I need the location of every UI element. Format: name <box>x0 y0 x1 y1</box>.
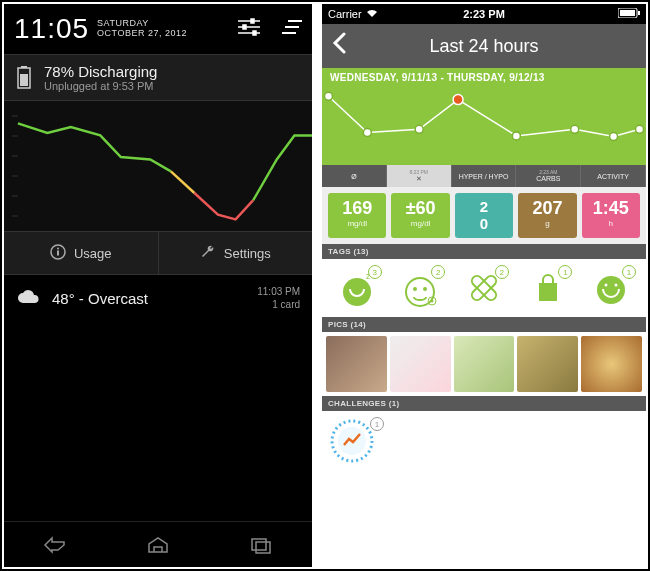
pics-row <box>322 332 646 396</box>
settings-label: Settings <box>224 246 271 261</box>
battery-text: 78% Discharging Unplugged at 9:53 PM <box>44 63 157 92</box>
svg-rect-44 <box>539 283 557 301</box>
wrench-icon <box>200 244 216 263</box>
svg-point-33 <box>636 125 644 133</box>
svg-rect-5 <box>253 31 256 35</box>
phone-divider <box>314 2 320 569</box>
empty-area <box>4 321 312 521</box>
svg-point-19 <box>57 247 59 249</box>
status-header: 11:05 SATURDAY OCTOBER 27, 2012 <box>4 4 312 54</box>
svg-point-28 <box>415 125 423 133</box>
seg-carbs[interactable]: 2:23 AMCARBS <box>516 165 581 187</box>
svg-point-29 <box>453 95 463 105</box>
metric-hyper-hypo[interactable]: 2 0 <box>455 193 513 238</box>
challenges-header: CHALLENGES (1) <box>322 396 646 411</box>
svg-rect-3 <box>251 19 254 23</box>
android-navbar <box>4 521 312 567</box>
tag-sleep[interactable]: zz 3 <box>326 267 388 309</box>
weather-meta: 11:03 PM 1 card <box>257 285 300 311</box>
status-time: 2:23 PM <box>322 8 646 20</box>
svg-point-27 <box>363 129 371 137</box>
menu-bars-icon[interactable] <box>282 20 302 38</box>
challenge-badge[interactable] <box>330 449 374 466</box>
challenge-count: 1 <box>370 417 384 431</box>
seg-average[interactable]: Ø <box>322 165 387 187</box>
pic-thumb[interactable] <box>581 336 642 392</box>
battery-icon <box>16 66 32 90</box>
svg-point-46 <box>605 284 608 287</box>
tag-happy[interactable]: 1 <box>580 267 642 309</box>
svg-point-45 <box>597 276 625 304</box>
glucose-chart[interactable] <box>322 87 646 165</box>
svg-point-37 <box>406 278 434 306</box>
svg-rect-21 <box>252 539 266 550</box>
tag-allergy[interactable]: 2 <box>390 267 452 309</box>
svg-point-39 <box>423 287 427 291</box>
recents-softkey[interactable] <box>244 534 278 556</box>
seg-deviation[interactable]: 8:23 PM✕ <box>387 165 452 187</box>
battery-chart <box>4 101 312 231</box>
sliders-icon[interactable] <box>238 18 260 40</box>
pics-header: PICS (14) <box>322 317 646 332</box>
svg-point-34 <box>343 278 371 306</box>
cloud-icon <box>16 289 40 307</box>
clock-date-block: SATURDAY OCTOBER 27, 2012 <box>97 19 187 39</box>
seg-hyper-hypo[interactable]: HYPER / HYPO <box>452 165 517 187</box>
battery-subtitle: Unplugged at 9:53 PM <box>44 80 157 92</box>
svg-point-47 <box>615 284 618 287</box>
android-phone: 11:05 SATURDAY OCTOBER 27, 2012 78% Disc… <box>4 4 312 567</box>
svg-rect-20 <box>57 250 59 255</box>
metric-activity[interactable]: 1:45h <box>582 193 640 238</box>
settings-tab[interactable]: Settings <box>158 232 313 274</box>
tag-count: 3 <box>368 265 382 279</box>
svg-point-38 <box>413 287 417 291</box>
tag-count: 2 <box>495 265 509 279</box>
pic-thumb[interactable] <box>390 336 451 392</box>
svg-rect-4 <box>243 25 246 29</box>
metric-deviation[interactable]: ±60mg/dl <box>391 193 449 238</box>
pic-thumb[interactable] <box>454 336 515 392</box>
svg-point-32 <box>610 133 618 141</box>
battery-title: 78% Discharging <box>44 63 157 80</box>
challenges-row: 1 <box>322 411 646 475</box>
usage-label: Usage <box>74 246 112 261</box>
info-icon <box>50 244 66 263</box>
usage-tab[interactable]: Usage <box>4 232 158 274</box>
pic-thumb[interactable] <box>517 336 578 392</box>
pic-thumb[interactable] <box>326 336 387 392</box>
back-button[interactable] <box>332 32 346 60</box>
svg-rect-7 <box>285 26 299 28</box>
metric-carbs[interactable]: 207g <box>518 193 576 238</box>
ios-status-bar: Carrier 2:23 PM <box>322 4 646 24</box>
tag-shopping[interactable]: 1 <box>517 267 579 309</box>
weather-text: 48° - Overcast <box>52 290 148 307</box>
metric-average[interactable]: 169mg/dl <box>328 193 386 238</box>
weather-notification[interactable]: 48° - Overcast 11:03 PM 1 card <box>4 275 312 321</box>
svg-rect-6 <box>288 20 302 22</box>
svg-point-41 <box>431 300 434 303</box>
svg-point-31 <box>571 125 579 133</box>
header-icons <box>238 18 302 40</box>
segment-bar: Ø 8:23 PM✕ HYPER / HYPO 2:23 AMCARBS ACT… <box>322 165 646 187</box>
clock-time: 11:05 <box>14 13 89 45</box>
tag-count: 1 <box>622 265 636 279</box>
back-softkey[interactable] <box>38 534 72 556</box>
battery-notification[interactable]: 78% Discharging Unplugged at 9:53 PM <box>4 54 312 101</box>
nav-title: Last 24 hours <box>429 36 538 57</box>
weather-card-count: 1 card <box>257 298 300 311</box>
battery-tabs: Usage Settings <box>4 231 312 275</box>
seg-activity[interactable]: ACTIVITY <box>581 165 646 187</box>
home-softkey[interactable] <box>141 534 175 556</box>
svg-point-26 <box>325 92 333 100</box>
svg-rect-8 <box>282 32 296 34</box>
tags-header: TAGS (13) <box>322 244 646 259</box>
tags-row: zz 3 2 2 1 1 <box>322 259 646 317</box>
tag-bandage[interactable]: 2 <box>453 267 515 309</box>
tag-count: 1 <box>558 265 572 279</box>
tag-count: 2 <box>431 265 445 279</box>
nav-bar: Last 24 hours <box>322 24 646 68</box>
metrics-row: 169mg/dl ±60mg/dl 2 0 207g 1:45h <box>322 187 646 244</box>
svg-rect-11 <box>20 74 28 86</box>
svg-rect-22 <box>256 542 270 553</box>
clock-date: OCTOBER 27, 2012 <box>97 29 187 39</box>
